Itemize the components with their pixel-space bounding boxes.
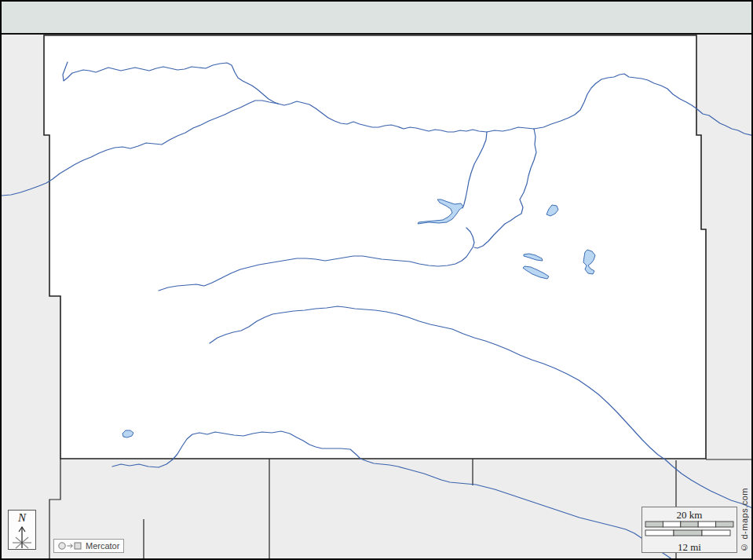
north-label: N [18, 511, 26, 524]
scale-bars [642, 521, 737, 538]
km-bar-segment-2 [681, 522, 698, 527]
km-bar-segment-4 [716, 522, 733, 527]
projection-box: Mercator [53, 539, 124, 553]
scale-mi-label: 12 mi [642, 541, 737, 553]
mi-bar-segment-1 [674, 530, 702, 536]
map-svg [2, 2, 753, 560]
header-band [2, 2, 751, 35]
mi-bar-segment-0 [645, 530, 674, 536]
km-bar-segment-3 [698, 522, 715, 527]
north-arrow-box: N [8, 510, 36, 550]
county-outline [44, 35, 706, 459]
scale-box: 20 km 12 mi [642, 507, 737, 553]
scale-km-label: 20 km [642, 509, 737, 521]
mi-bar-segment-2 [702, 530, 730, 536]
copyright-credit: © d-maps.com [740, 488, 749, 552]
km-bar-segment-0 [645, 522, 663, 527]
projection-label: Mercator [86, 541, 119, 551]
km-bar-segment-1 [663, 522, 680, 527]
map-page: N Mercator 20 km 12 mi © d-maps.com [0, 0, 753, 560]
projection-icon [57, 541, 82, 551]
north-arrow-icon [9, 524, 35, 549]
